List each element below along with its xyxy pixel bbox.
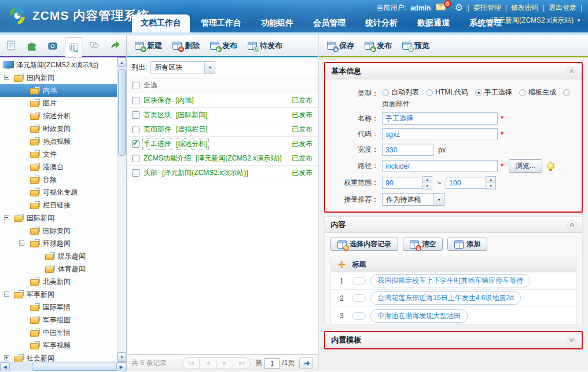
row-checkbox[interactable] bbox=[132, 97, 139, 104]
expand-icon[interactable] bbox=[567, 335, 576, 345]
mail-button[interactable]: 0 bbox=[436, 3, 446, 12]
plugin-view-button[interactable] bbox=[23, 37, 41, 54]
document-view-button[interactable] bbox=[2, 37, 20, 54]
block-row[interactable]: 首页区块[国际新闻] 已发布 bbox=[127, 108, 318, 122]
width-input[interactable] bbox=[382, 144, 434, 156]
tree-item-site-root[interactable]: 泽元新闻(ZCMS2.x演示站) bbox=[0, 59, 117, 71]
tree-item-selected[interactable]: 内地 bbox=[0, 84, 117, 97]
tree-item[interactable]: 音频 bbox=[0, 173, 117, 186]
go-page-button[interactable] bbox=[299, 358, 313, 369]
path-input[interactable] bbox=[382, 160, 498, 172]
next-page-button[interactable]: ▶ bbox=[216, 358, 233, 369]
code-input[interactable] bbox=[382, 128, 498, 140]
name-input[interactable] bbox=[382, 112, 498, 125]
block-name[interactable]: 页面部件 bbox=[144, 125, 171, 134]
block-view-button[interactable] bbox=[65, 37, 82, 57]
tree-item[interactable]: 国际要闻 bbox=[0, 224, 117, 237]
block-row[interactable]: ZCMS功能介绍[泽元新闻(ZCMS2.x演示站)] 已发布 bbox=[127, 151, 318, 166]
block-row[interactable]: 头部[泽元新闻(ZCMS2.x演示站)] 已发布 bbox=[127, 166, 318, 180]
tree-item[interactable]: 体育趣闻 bbox=[0, 262, 117, 275]
tree-vertical-scrollbar[interactable]: ▲ ▼ bbox=[117, 57, 126, 362]
change-password-link[interactable]: 修改密码 bbox=[511, 3, 539, 13]
tree-item[interactable]: 可视化专题 bbox=[0, 186, 117, 199]
tree-item[interactable]: 中国军情 bbox=[0, 326, 117, 339]
collapse-icon[interactable] bbox=[567, 220, 576, 229]
delegate-link[interactable]: 委托管理 bbox=[473, 3, 501, 13]
scroll-thumb[interactable] bbox=[118, 69, 126, 156]
content-title-link[interactable]: 台湾花莲东部近海15日上午发生4.6级地震2d bbox=[370, 291, 520, 305]
scroll-down-button[interactable]: ▼ bbox=[117, 352, 126, 362]
last-page-button[interactable]: ▶ bbox=[233, 358, 250, 369]
tab-members[interactable]: 会员管理 bbox=[304, 14, 354, 32]
expand-expander-icon[interactable] bbox=[4, 355, 9, 360]
tab-system[interactable]: 系统管理 bbox=[461, 14, 510, 32]
radio-page-part-label[interactable]: 页面部件 bbox=[382, 99, 410, 109]
select-all-checkbox[interactable] bbox=[132, 82, 139, 89]
drag-oval[interactable] bbox=[352, 294, 366, 302]
tree-item[interactable]: 国际新闻 bbox=[0, 211, 117, 224]
block-name[interactable]: 区块保存 bbox=[144, 96, 171, 105]
browse-button[interactable]: 浏览... bbox=[509, 159, 542, 173]
scroll-right-button[interactable]: ▶ bbox=[116, 362, 126, 371]
collapse-expander-icon[interactable] bbox=[19, 240, 24, 246]
collapse-expander-icon[interactable] bbox=[4, 75, 9, 80]
radio-html-code[interactable]: HTML代码 bbox=[426, 87, 468, 97]
add-button[interactable]: 添加 bbox=[447, 238, 487, 251]
tree-item[interactable]: 国际军情 bbox=[0, 301, 117, 313]
weight-from-input[interactable] bbox=[382, 177, 422, 189]
row-checkbox[interactable] bbox=[132, 155, 139, 162]
delete-button[interactable]: − 删除 bbox=[168, 38, 204, 53]
tab-admin-workbench[interactable]: 管理工作台 bbox=[192, 14, 250, 32]
tree-item[interactable]: 热点视频 bbox=[0, 135, 117, 148]
collapse-expander-icon[interactable] bbox=[4, 215, 9, 220]
scroll-left-button[interactable]: ◀ bbox=[0, 362, 10, 371]
preview-button[interactable]: ○ 预览 bbox=[398, 38, 434, 53]
comments-view-button[interactable] bbox=[86, 37, 103, 54]
row-checkbox[interactable] bbox=[132, 111, 139, 119]
tree-item[interactable]: 北美新闻 bbox=[0, 275, 117, 288]
first-page-button[interactable]: ◀ bbox=[183, 358, 200, 369]
save-button[interactable]: ▪ 保存 bbox=[322, 38, 359, 53]
drag-oval[interactable] bbox=[352, 312, 366, 320]
tree-item[interactable]: 综述分析 bbox=[0, 110, 117, 122]
block-name[interactable]: 手工选择 bbox=[144, 139, 171, 149]
lightbulb-icon[interactable] bbox=[547, 162, 554, 170]
tab-doc-workbench[interactable]: 文档工作台 bbox=[132, 14, 190, 32]
row-checkbox[interactable] bbox=[132, 169, 139, 177]
tree-horizontal-scrollbar[interactable]: ◀ ▶ bbox=[0, 362, 126, 371]
clear-button[interactable]: ▲ 清空 bbox=[403, 238, 443, 251]
tree-item[interactable]: 军事组图 bbox=[0, 313, 117, 326]
content-title-link[interactable]: 我国拟规定校车上下学生时其他车辆应停车等待 bbox=[370, 274, 530, 287]
publish-button[interactable]: ▶ 发布 bbox=[205, 38, 242, 53]
tree-item[interactable]: 国内新闻 bbox=[0, 71, 117, 84]
new-button[interactable]: + 新建 bbox=[130, 38, 167, 53]
tree-item[interactable]: 军事新闻 bbox=[0, 288, 117, 301]
collapse-expander-icon[interactable] bbox=[4, 291, 9, 297]
logout-link[interactable]: 退出登录 bbox=[549, 3, 576, 13]
scroll-up-button[interactable]: ▲ bbox=[117, 57, 126, 67]
block-name[interactable]: ZCMS功能介绍 bbox=[144, 154, 191, 163]
page-input[interactable] bbox=[264, 358, 280, 369]
tree-item[interactable]: 娱乐趣闻 bbox=[0, 250, 117, 262]
block-row[interactable]: 页面部件[虚拟栏目] 已发布 bbox=[127, 122, 318, 137]
collapse-icon[interactable] bbox=[567, 67, 576, 76]
radio-page-part[interactable] bbox=[563, 89, 570, 96]
content-title-link[interactable]: 中海油在渤海发现大型油田 bbox=[370, 309, 468, 323]
select-content-records-button[interactable]: ✎ 选择内容记录 bbox=[330, 238, 398, 251]
tab-statistics[interactable]: 统计分析 bbox=[357, 14, 406, 32]
scroll-thumb[interactable] bbox=[32, 363, 124, 371]
row-checkbox-checked[interactable] bbox=[132, 140, 139, 148]
block-row-selected[interactable]: 手工选择[综述分析] 已发布 bbox=[127, 137, 318, 151]
prev-page-button[interactable]: ◀ bbox=[200, 358, 216, 369]
pending-publish-button[interactable]: ↻ 待发布 bbox=[243, 38, 287, 53]
tab-data-channel[interactable]: 数据通道 bbox=[409, 14, 458, 32]
block-name[interactable]: 头部 bbox=[144, 168, 157, 178]
tree-item[interactable]: 时政要闻 bbox=[0, 122, 117, 135]
exit-view-button[interactable] bbox=[106, 37, 124, 54]
radio-manual-select[interactable]: 手工选择 bbox=[475, 87, 512, 97]
row-checkbox[interactable] bbox=[132, 126, 139, 133]
tab-components[interactable]: 功能组件 bbox=[252, 14, 302, 32]
tree-item[interactable]: 社会新闻 bbox=[0, 352, 117, 362]
block-type-select[interactable]: 所有区块 ▼ bbox=[150, 61, 215, 74]
radio-template-generate[interactable]: 模板生成 bbox=[519, 87, 556, 97]
